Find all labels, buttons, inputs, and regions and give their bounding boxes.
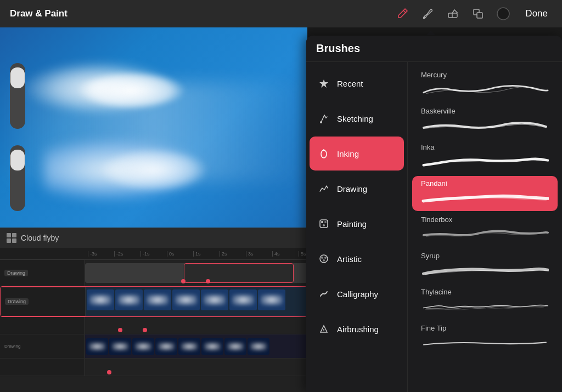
layers-tool-icon[interactable] <box>470 6 486 21</box>
category-drawing[interactable]: Drawing <box>310 172 404 206</box>
svg-marker-7 <box>319 79 328 88</box>
eraser-tool-icon[interactable] <box>445 6 460 21</box>
brush-name: Syrup <box>421 252 440 260</box>
panel-arrow <box>426 31 435 35</box>
track-label <box>0 317 85 334</box>
keyframe-dot[interactable] <box>107 370 111 374</box>
keyframe-dot[interactable] <box>143 328 147 332</box>
timeline-tracks: Drawing Drawing <box>0 260 307 392</box>
recent-category-icon <box>316 76 331 91</box>
ruler-marks: -3s -2s -1s 0s 1s 2s 3s 4s 5s 6s 7s <box>88 251 307 257</box>
canvas-painting[interactable]: 00:00:07.021 <box>0 27 307 252</box>
svg-point-8 <box>320 121 322 123</box>
ruler-mark: 3s <box>246 251 272 257</box>
brush-item-mercury[interactable]: Mercury <box>412 67 558 103</box>
brush-item-pandani[interactable]: Pandani <box>412 176 558 211</box>
brushes-panel: Brushes Recent Sketching Inking Drawin <box>306 36 562 392</box>
timeline-track[interactable] <box>0 317 307 334</box>
track-label: Drawing <box>1 287 86 316</box>
track-content[interactable] <box>85 317 307 334</box>
track-thumbnail <box>87 289 114 310</box>
svg-point-9 <box>321 150 327 158</box>
category-sketching[interactable]: Sketching <box>310 101 404 135</box>
ruler-mark: 0s <box>167 251 193 257</box>
svg-line-0 <box>403 10 406 13</box>
brush-tool-icon[interactable] <box>420 6 435 21</box>
track-content[interactable] <box>85 260 307 286</box>
category-label: Recent <box>337 79 363 88</box>
track-content[interactable] <box>86 287 307 316</box>
track-thumbnail <box>224 338 246 355</box>
category-painting[interactable]: Painting <box>310 207 404 241</box>
category-inking[interactable]: Inking <box>310 137 404 171</box>
pen-tool-icon[interactable] <box>395 6 410 21</box>
brush-stroke-preview <box>421 227 549 242</box>
opacity-slider-thumb[interactable] <box>10 150 25 171</box>
size-slider-thumb[interactable] <box>10 67 25 88</box>
track-content[interactable] <box>85 334 307 358</box>
svg-point-17 <box>323 259 325 262</box>
app-header: Draw & Paint <box>0 0 562 27</box>
app-title: Draw & Paint <box>10 8 68 19</box>
svg-point-6 <box>497 8 509 20</box>
brush-name: Inka <box>421 143 435 151</box>
ruler-mark: -3s <box>88 251 114 257</box>
svg-point-12 <box>324 221 327 223</box>
timeline-ruler: -3s -2s -1s 0s 1s 2s 3s 4s 5s 6s 7s <box>0 248 307 260</box>
category-artistic[interactable]: Artistic <box>310 242 404 276</box>
timeline-track[interactable] <box>0 359 307 376</box>
color-picker-icon[interactable] <box>496 6 511 21</box>
timeline-title: Cloud flyby <box>21 234 59 242</box>
brush-item-syrup[interactable]: Syrup <box>412 248 558 283</box>
timeline-grid-icon <box>7 233 16 243</box>
brush-list: Mercury Baskerville Inka <box>408 62 562 392</box>
svg-rect-2 <box>448 13 457 18</box>
track-thumbnail <box>201 289 228 310</box>
timeline-track[interactable]: Drawing <box>0 260 307 286</box>
brush-stroke-preview <box>421 299 549 315</box>
brush-name: Fine Tip <box>421 324 446 332</box>
track-thumbnail <box>109 338 131 355</box>
track-thumbnail <box>144 289 171 310</box>
brush-item-thylacine[interactable]: Thylacine <box>412 285 558 320</box>
brush-stroke-preview <box>421 155 549 170</box>
track-thumbnail <box>201 338 223 355</box>
category-label: Painting <box>337 219 367 229</box>
keyframe-dot[interactable] <box>206 279 210 283</box>
track-thumbnail <box>155 338 177 355</box>
track-label: Drawing <box>0 334 85 358</box>
keyframe-dot[interactable] <box>118 328 122 332</box>
brush-name: Baskerville <box>421 107 456 115</box>
track-label <box>0 359 85 376</box>
timeline-track-selected[interactable]: Drawing <box>0 286 307 317</box>
opacity-slider[interactable] <box>10 145 25 211</box>
ruler-mark: 1s <box>193 251 220 257</box>
brush-item-inka[interactable]: Inka <box>412 140 558 175</box>
timeline-track[interactable]: Drawing <box>0 334 307 359</box>
category-airbrushing[interactable]: Airbrushing <box>310 312 404 346</box>
brush-item-fine-tip[interactable]: Fine Tip <box>412 321 558 356</box>
category-calligraphy[interactable]: Calligraphy <box>310 277 404 311</box>
keyframe-dot[interactable] <box>181 279 186 283</box>
track-thumbnail <box>115 289 143 310</box>
airbrushing-category-icon <box>316 321 331 337</box>
brush-name: Pandani <box>421 179 447 188</box>
artistic-category-icon <box>316 251 331 266</box>
category-recent[interactable]: Recent <box>310 66 404 100</box>
brush-stroke-preview <box>421 191 549 206</box>
track-thumbnail <box>132 338 154 355</box>
calligraphy-category-icon <box>316 286 331 302</box>
done-button[interactable]: Done <box>521 6 552 21</box>
painting-category-icon <box>316 216 331 231</box>
brush-name: Mercury <box>421 71 447 79</box>
track-thumbnail <box>172 289 200 310</box>
category-label: Sketching <box>337 114 373 123</box>
brush-stroke-preview <box>421 263 549 279</box>
track-type-badge: Drawing <box>4 344 20 349</box>
track-label: Drawing <box>0 260 85 286</box>
size-slider[interactable] <box>10 63 25 129</box>
track-content[interactable] <box>85 359 307 376</box>
brush-item-tinderbox[interactable]: Tinderbox <box>412 212 558 247</box>
brush-item-baskerville[interactable]: Baskerville <box>412 104 558 139</box>
track-thumbnail <box>178 338 200 355</box>
